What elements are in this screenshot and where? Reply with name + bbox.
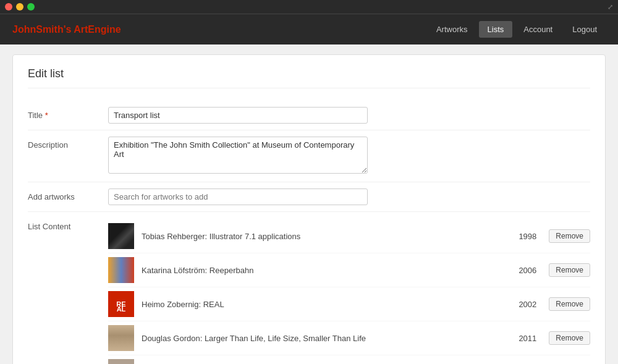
search-artworks-input[interactable]	[108, 188, 368, 205]
artworks-list: Tobias Rehberger: Illustrator 7.1 applic…	[108, 219, 590, 364]
description-label: Description	[28, 137, 108, 150]
title-label: Title *	[28, 107, 108, 120]
nav-artworks[interactable]: Artworks	[428, 21, 476, 38]
remove-button[interactable]: Remove	[549, 229, 590, 243]
list-content-label: List Content	[28, 219, 108, 231]
artwork-info: Douglas Gordon: Larger Than Life, Life S…	[142, 334, 487, 343]
main-content: Edit list Title * Description Exhibition…	[0, 44, 618, 364]
artwork-year: 2006	[487, 266, 536, 275]
maximize-button[interactable]	[27, 3, 35, 11]
artwork-year: 2002	[487, 300, 536, 309]
artwork-thumb	[108, 257, 134, 283]
artwork-item: Douglas Gordon: Larger Than Life, Life S…	[108, 321, 590, 355]
resize-icon: ⤢	[607, 3, 613, 11]
remove-button[interactable]: Remove	[549, 263, 590, 277]
title-input[interactable]	[108, 107, 368, 124]
artwork-year: 2011	[487, 334, 536, 343]
artwork-thumb	[108, 359, 134, 364]
description-input-wrapper: Exhibition "The John Smith Collection" a…	[108, 137, 368, 176]
artwork-year: 1998	[487, 232, 536, 241]
remove-button[interactable]: Remove	[549, 297, 590, 311]
add-artworks-input-wrapper	[108, 188, 368, 205]
title-input-wrapper	[108, 107, 368, 124]
required-marker: *	[45, 111, 48, 120]
brand-name: JohnSmith's	[12, 24, 74, 35]
artwork-item: Katarina Löfström: Reeperbahn 2006 Remov…	[108, 253, 590, 287]
title-bar: ⤢	[0, 0, 618, 14]
artwork-thumb	[108, 291, 134, 317]
edit-list-card: Edit list Title * Description Exhibition…	[12, 54, 606, 364]
artwork-item: Tobias Rehberger: Illustrator 7.1 applic…	[108, 219, 590, 253]
remove-button[interactable]: Remove	[549, 331, 590, 345]
artwork-thumb	[108, 325, 134, 351]
page-title: Edit list	[28, 67, 590, 88]
nav-lists[interactable]: Lists	[479, 21, 513, 38]
artwork-info: Tobias Rehberger: Illustrator 7.1 applic…	[142, 232, 487, 241]
close-button[interactable]	[5, 3, 12, 11]
nav-account[interactable]: Account	[515, 21, 561, 38]
brand-app-name: ArtEngine	[74, 24, 121, 35]
artwork-info: Heimo Zobernig: REAL	[142, 300, 487, 309]
artwork-thumb	[108, 223, 134, 249]
artwork-info: Katarina Löfström: Reeperbahn	[142, 266, 487, 275]
artwork-item: Heimo Zobernig: REAL 2002 Remove	[108, 287, 590, 321]
brand: JohnSmith's ArtEngine	[12, 24, 428, 35]
title-row: Title *	[28, 101, 590, 130]
nav-links: Artworks Lists Account Logout	[428, 21, 606, 38]
artwork-item: Dennis Loesch: Guggenheim 2006 Remove	[108, 355, 590, 364]
list-content-row: List Content Tobias Rehberger: Illustrat…	[28, 212, 590, 364]
description-textarea[interactable]: Exhibition "The John Smith Collection" a…	[108, 137, 368, 174]
minimize-button[interactable]	[16, 3, 23, 11]
nav-logout[interactable]: Logout	[564, 21, 606, 38]
add-artworks-label: Add artworks	[28, 188, 108, 201]
add-artworks-row: Add artworks	[28, 182, 590, 212]
description-row: Description Exhibition "The John Smith C…	[28, 130, 590, 182]
navbar: JohnSmith's ArtEngine Artworks Lists Acc…	[0, 14, 618, 44]
